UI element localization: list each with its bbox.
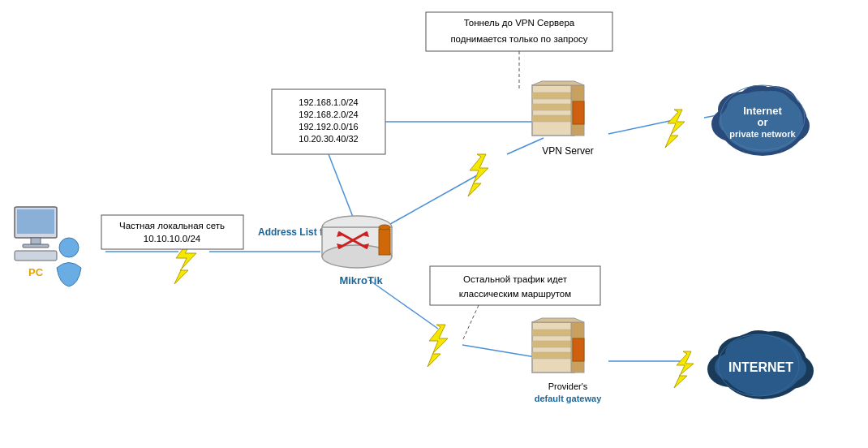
svg-text:Частная локальная сеть: Частная локальная сеть [119, 221, 225, 230]
svg-text:Тоннель до VPN Сервера: Тоннель до VPN Сервера [464, 18, 575, 28]
svg-point-45 [720, 85, 805, 150]
svg-marker-76 [337, 232, 343, 237]
svg-point-52 [718, 336, 767, 372]
svg-point-39 [739, 85, 778, 114]
svg-marker-74 [363, 232, 369, 237]
svg-rect-30 [430, 266, 600, 305]
svg-point-54 [739, 330, 778, 360]
svg-point-34 [718, 88, 807, 156]
svg-point-38 [752, 86, 797, 122]
svg-line-72 [338, 232, 367, 248]
svg-point-40 [722, 91, 803, 153]
svg-rect-70 [322, 227, 392, 256]
svg-rect-78 [379, 229, 390, 255]
svg-marker-94 [532, 318, 584, 322]
svg-point-60 [718, 334, 799, 396]
svg-point-53 [752, 331, 797, 367]
svg-rect-93 [571, 322, 584, 373]
svg-text:private network: private network [729, 129, 796, 139]
svg-text:INTERNET: INTERNET [728, 360, 793, 374]
svg-text:192.168.1.0/24: 192.168.1.0/24 [299, 97, 358, 107]
svg-text:поднимается только по запросу: поднимается только по запросу [450, 34, 587, 44]
svg-point-51 [768, 353, 814, 389]
svg-point-42 [763, 109, 802, 138]
svg-rect-92 [532, 352, 574, 359]
svg-point-35 [711, 106, 757, 142]
svg-text:Address List fo Mangle: Address List fo Mangle [258, 226, 365, 238]
svg-text:default gateway: default gateway [535, 394, 602, 403]
svg-rect-26 [101, 215, 243, 249]
svg-line-3 [507, 138, 544, 154]
svg-rect-81 [532, 85, 574, 136]
svg-point-69 [322, 216, 392, 239]
svg-marker-11 [468, 154, 488, 196]
svg-line-2 [377, 174, 479, 231]
svg-point-55 [722, 334, 803, 396]
svg-rect-82 [532, 93, 574, 99]
svg-text:192.192.0.0/16: 192.192.0.0/16 [299, 122, 358, 131]
svg-marker-14 [674, 351, 694, 388]
svg-text:PC: PC [28, 266, 44, 278]
svg-rect-66 [15, 251, 57, 261]
svg-rect-90 [532, 330, 574, 336]
svg-point-43 [727, 93, 769, 123]
svg-point-44 [753, 91, 792, 120]
svg-text:10.20.30.40/32: 10.20.30.40/32 [299, 134, 358, 144]
svg-rect-62 [15, 207, 57, 238]
svg-point-41 [719, 107, 758, 136]
svg-text:классическим маршрутом: классическим маршрутом [459, 289, 571, 299]
svg-rect-15 [272, 89, 385, 154]
svg-text:192.168.2.0/24: 192.168.2.0/24 [299, 110, 358, 119]
svg-point-50 [707, 351, 753, 387]
svg-rect-83 [532, 104, 574, 110]
svg-marker-12 [428, 325, 448, 367]
svg-line-73 [338, 232, 367, 248]
svg-point-71 [322, 245, 392, 268]
svg-point-58 [725, 338, 767, 368]
svg-rect-65 [23, 244, 49, 248]
svg-rect-89 [532, 322, 574, 373]
svg-line-21 [329, 154, 357, 227]
svg-text:Internet: Internet [743, 105, 782, 117]
svg-point-57 [767, 354, 806, 383]
diagram: 192.168.1.0/24 192.168.2.0/24 192.192.0.… [0, 0, 868, 448]
svg-line-6 [608, 120, 673, 134]
svg-rect-95 [573, 338, 584, 361]
svg-marker-10 [174, 239, 196, 284]
svg-text:or: or [758, 116, 768, 128]
svg-rect-22 [426, 12, 612, 51]
svg-line-7 [704, 114, 726, 118]
svg-point-56 [715, 352, 754, 381]
svg-rect-64 [31, 238, 41, 244]
svg-marker-13 [665, 110, 685, 148]
svg-text:VPN Server: VPN Server [542, 145, 593, 157]
svg-rect-85 [571, 85, 584, 136]
svg-point-36 [764, 108, 810, 144]
svg-text:Остальной трафик идет: Остальной трафик идет [463, 274, 568, 284]
svg-point-79 [379, 225, 390, 230]
svg-line-5 [462, 345, 535, 357]
svg-point-37 [718, 92, 767, 127]
svg-rect-91 [532, 341, 574, 347]
svg-marker-77 [363, 243, 369, 248]
svg-marker-86 [532, 81, 584, 85]
svg-line-4 [369, 280, 438, 329]
svg-text:Provider's: Provider's [548, 381, 588, 391]
svg-point-68 [59, 238, 79, 257]
svg-text:10.10.10.0/24: 10.10.10.0/24 [144, 234, 201, 243]
svg-rect-84 [532, 115, 574, 122]
svg-marker-75 [337, 243, 343, 248]
svg-point-59 [751, 336, 790, 365]
svg-text:MikroTik: MikroTik [339, 274, 383, 286]
svg-rect-63 [17, 209, 54, 234]
svg-rect-87 [573, 101, 584, 124]
svg-point-49 [718, 331, 807, 399]
svg-line-33 [462, 305, 479, 341]
